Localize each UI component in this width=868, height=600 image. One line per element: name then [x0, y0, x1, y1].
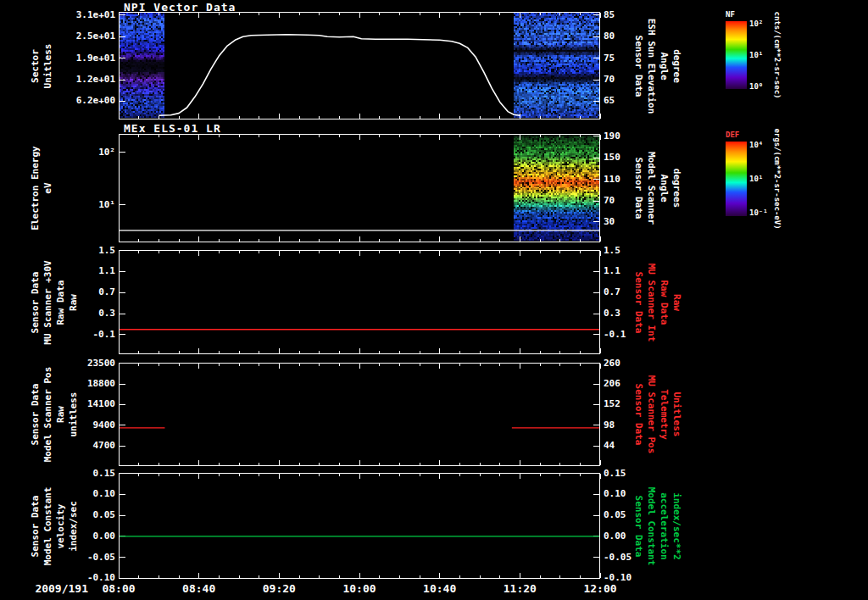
left-axis-label: Sensor Data Model Scanner Pos Raw unitle… [29, 367, 80, 463]
right-axis-label: Unitless Telemetry MU Scanner Pos Sensor… [632, 375, 683, 454]
right-axis-label: degrees Angle Model Scanner Sensor Data [632, 152, 683, 225]
x-tick-label: 10:00 [331, 582, 388, 595]
spectrogram-canvas [120, 13, 164, 118]
colorbar-title: NF [726, 10, 735, 19]
left-axis-label: Sensor Data Model Constant velocity inde… [29, 486, 80, 565]
plot-stage: NPI Vector Data MEx ELS-01 LR 2009/191 3… [0, 0, 868, 600]
right-axis-label: degree Angle ESH Sun Elevation Sensor Da… [632, 18, 683, 114]
colorbar-tick-label: 10¹ [749, 51, 763, 59]
y-tick-label-right: 0.15 [604, 468, 654, 480]
y-tick-label-left: 10² [49, 147, 115, 158]
y-tick-label-right: 260 [604, 358, 654, 369]
x-tick-label: 12:00 [571, 582, 629, 595]
colorbar-gradient [726, 21, 747, 89]
x-tick-label: 08:00 [90, 582, 147, 595]
y-tick-label-right: 190 [604, 131, 654, 142]
y-tick-label-left: 0.15 [49, 468, 115, 480]
right-axis-label: Raw Raw Data MU Scanner Int Sensor Data [632, 263, 683, 342]
left-axis-label: Sector Unitless [29, 43, 54, 88]
right-axis-label: index/sec**2 acceleration Model Constant… [632, 486, 683, 565]
x-tick-label: 10:40 [411, 582, 469, 595]
spectrogram-canvas [514, 135, 599, 241]
colorbar-title: DEF [726, 131, 739, 139]
y-tick-label-left: 1.2e+01 [49, 74, 115, 86]
panel-els-title: MEx ELS-01 LR [124, 122, 221, 135]
colorbar-unit-label: cnts/(cm**2-sr-sec) [773, 12, 782, 99]
y-tick-label-left: 10¹ [49, 199, 115, 211]
colorbar-unit-label: ergs/(cm**2-sr-sec-eV) [773, 128, 782, 229]
left-axis-label: Electron Energy eV [29, 146, 54, 230]
y-tick-label-left: 1.5 [49, 245, 115, 257]
colorbar-tick-label: 10⁰ [749, 82, 763, 91]
colorbar-tick-label: 10⁴ [749, 141, 763, 149]
y-tick-label-left: 6.2e+00 [49, 95, 115, 107]
x-tick-label: 09:20 [250, 582, 308, 595]
left-axis-label: Sensor Data MU Scanner +30V Raw Data Raw [29, 260, 80, 344]
plot-frame [119, 250, 600, 354]
colorbar-tick-label: 10¹ [749, 175, 763, 183]
colorbar-tick-label: 10² [749, 19, 763, 28]
y-tick-label-left: 2.5e+01 [49, 31, 115, 42]
y-tick-label-left: 1.9e+01 [49, 53, 115, 64]
x-tick-label: 08:40 [170, 582, 228, 595]
x-tick-label: 11:20 [491, 582, 548, 595]
plot-frame [119, 363, 600, 466]
spectrogram-canvas [514, 13, 599, 118]
colorbar-gradient [726, 142, 747, 216]
y-tick-label-left: 3.1e+01 [49, 9, 115, 21]
y-tick-label-right: 1.5 [604, 245, 654, 257]
plot-frame [119, 473, 600, 579]
colorbar-tick-label: 10⁻¹ [749, 208, 768, 217]
